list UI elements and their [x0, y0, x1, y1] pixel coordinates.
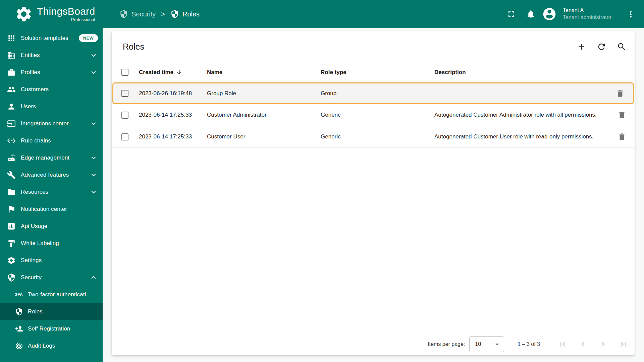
cell-role-type: Generic	[321, 133, 434, 140]
add-role-button[interactable]	[573, 39, 589, 55]
page-size-value: 10	[475, 341, 493, 347]
sidebar-item-audit-logs[interactable]: Audit Logs	[0, 337, 103, 354]
person-add-icon	[15, 324, 23, 334]
row-checkbox[interactable]	[121, 112, 128, 119]
sidebar-item-entities[interactable]: Entities	[0, 47, 103, 64]
more-vert-icon	[626, 9, 636, 19]
chevron-down-icon	[89, 51, 98, 60]
refresh-button[interactable]	[593, 39, 609, 55]
sidebar-item-label: Entities	[21, 52, 40, 59]
wrench-icon	[7, 170, 16, 180]
sidebar-item-notification-center[interactable]: Notification center	[0, 200, 103, 218]
2fa-icon: 2FA	[15, 290, 23, 299]
cell-actions	[607, 86, 633, 101]
top-bar: ThingsBoard Professional Security > Role…	[0, 0, 644, 28]
cell-created-time: 2023-06-14 17:25:33	[139, 133, 207, 140]
sidebar-item-security[interactable]: Security	[0, 269, 103, 286]
notifications-button[interactable]	[523, 6, 539, 22]
router-icon	[7, 153, 16, 163]
roles-card: Roles	[112, 31, 635, 355]
cell-checkbox	[112, 112, 139, 119]
briefcase-icon	[7, 68, 16, 77]
trash-icon	[618, 132, 626, 141]
row-checkbox[interactable]	[121, 90, 128, 97]
user-role: Tenant administrator	[563, 14, 616, 21]
cell-checkbox	[112, 133, 139, 140]
flag-icon	[7, 204, 16, 214]
select-all-checkbox[interactable]	[121, 69, 128, 76]
sidebar-item-settings[interactable]: Settings	[0, 252, 103, 269]
sidebar-item-label: Rule chains	[21, 137, 51, 144]
app-name: ThingsBoard	[37, 6, 95, 17]
paginator: Items per page: 10 1 – 3 of 3	[112, 333, 635, 355]
sidebar-item-rule-chains[interactable]: Rule chains	[0, 132, 103, 149]
breadcrumb: Security > Roles	[119, 10, 200, 18]
first-page-button[interactable]	[554, 336, 572, 353]
sidebar-item-users[interactable]: Users	[0, 98, 103, 115]
chevron-left-icon	[578, 340, 588, 349]
sidebar-item-roles[interactable]: Roles	[0, 303, 103, 320]
toolbar-actions	[573, 39, 630, 55]
sidebar-item-two-factor-authentication[interactable]: 2FA Two-factor authenticati...	[0, 286, 103, 303]
sidebar-item-label: Profiles	[21, 69, 40, 76]
breadcrumb-roles[interactable]: Roles	[170, 10, 200, 18]
header-cell-created-time[interactable]: Created time	[139, 69, 207, 76]
previous-page-button[interactable]	[574, 336, 592, 353]
bell-icon	[526, 9, 536, 19]
account-circle-icon[interactable]	[542, 7, 557, 21]
sidebar-item-api-usage[interactable]: Api Usage	[0, 218, 103, 235]
sort-desc-arrow-icon[interactable]	[176, 69, 182, 75]
cell-description: Autogenerated Customer User role with re…	[434, 133, 609, 140]
next-page-button[interactable]	[594, 336, 612, 353]
row-checkbox[interactable]	[121, 133, 128, 140]
header-cell-role-type[interactable]: Role type	[321, 69, 434, 76]
sidebar-item-label: Settings	[21, 257, 42, 264]
chevron-down-icon	[89, 154, 98, 162]
sidebar-item-self-registration[interactable]: Self Registration	[0, 320, 103, 337]
app-logo[interactable]: ThingsBoard Professional	[0, 5, 103, 23]
sidebar-item-customers[interactable]: Customers	[0, 81, 103, 98]
table-row[interactable]: 2023-06-26 16:19:48 Group Role Group	[112, 82, 634, 104]
header-cell-name[interactable]: Name	[207, 69, 321, 76]
table-row[interactable]: 2023-06-14 17:25:33 Customer User Generi…	[112, 126, 635, 148]
sidebar-item-label: Two-factor authenticati...	[28, 291, 91, 298]
breadcrumb-security[interactable]: Security	[119, 10, 156, 18]
cell-actions	[609, 129, 635, 144]
sidebar-item-integrations-center[interactable]: Integrations center	[0, 115, 103, 132]
sidebar-item-white-labeling[interactable]: White Labeling	[0, 235, 103, 252]
sidebar-item-profiles[interactable]: Profiles	[0, 64, 103, 81]
table-row[interactable]: 2023-06-14 17:25:33 Customer Administrat…	[112, 104, 635, 126]
sidebar-item-advanced-features[interactable]: Advanced features	[0, 166, 103, 183]
user-info[interactable]: Tenant A Tenant administrator	[563, 7, 616, 21]
delete-role-button[interactable]	[614, 108, 629, 122]
sidebar-item-edge-management[interactable]: Edge management	[0, 149, 103, 166]
cell-name: Customer User	[207, 133, 321, 140]
sidebar-item-label: Notification center	[21, 206, 67, 213]
chevron-down-icon	[89, 171, 98, 179]
bar-chart-icon	[7, 222, 16, 231]
breadcrumb-label: Security	[131, 10, 156, 18]
fullscreen-button[interactable]	[503, 6, 519, 22]
more-menu-button[interactable]	[623, 6, 639, 22]
track-changes-icon	[15, 341, 23, 351]
delete-role-button[interactable]	[613, 86, 628, 101]
sidebar-item-solution-templates[interactable]: Solution templates NEW	[0, 29, 103, 47]
trash-icon	[618, 111, 626, 119]
search-button[interactable]	[613, 39, 630, 55]
header-cell-description[interactable]: Description	[434, 69, 609, 76]
people-icon	[7, 85, 16, 94]
person-icon	[7, 102, 16, 111]
trash-icon	[616, 89, 625, 98]
breadcrumb-label: Roles	[182, 10, 200, 18]
cell-created-time: 2023-06-26 16:19:48	[139, 90, 207, 97]
sidebar-item-label: Audit Logs	[28, 343, 55, 349]
page-size-select[interactable]: 10	[469, 336, 504, 352]
cell-checkbox	[113, 90, 139, 97]
shield-icon	[15, 307, 23, 316]
chevron-down-icon	[89, 119, 98, 128]
delete-role-button[interactable]	[614, 129, 629, 144]
sidebar-item-resources[interactable]: Resources	[0, 183, 103, 200]
chevron-up-icon	[89, 273, 98, 282]
last-page-button[interactable]	[614, 336, 632, 353]
plus-icon	[577, 42, 586, 52]
